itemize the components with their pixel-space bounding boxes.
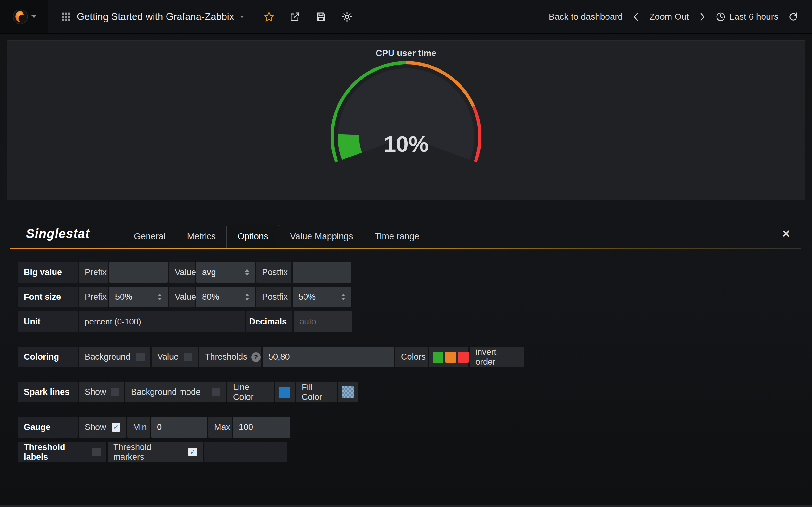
- fill-color-cell: [338, 382, 358, 402]
- background-mode-label: Background mode: [131, 387, 200, 397]
- tab-options[interactable]: Options: [226, 225, 280, 248]
- bv-value-select[interactable]: avg: [196, 262, 255, 283]
- decimals-input[interactable]: [299, 317, 346, 327]
- gauge-label: Gauge: [18, 417, 78, 438]
- top-navbar: Getting Started with Grafana-Zabbix: [0, 0, 812, 34]
- time-shift-right-button[interactable]: [699, 12, 706, 22]
- threshold-labels-checkbox[interactable]: [92, 448, 101, 456]
- coloring-background-toggle[interactable]: Background: [79, 347, 150, 367]
- fs-value-select[interactable]: 80%: [196, 287, 255, 307]
- gauge-min-input[interactable]: [157, 422, 201, 432]
- fs-prefix-select-value: 50%: [115, 292, 132, 302]
- time-range-picker[interactable]: Last 6 hours: [716, 12, 778, 22]
- gauge-show-label: Show: [85, 422, 106, 432]
- invert-order-button[interactable]: invert order: [470, 347, 524, 367]
- gauge-show-toggle[interactable]: Show: [79, 417, 126, 438]
- coloring-value-label: Value: [157, 352, 179, 362]
- tab-metrics[interactable]: Metrics: [176, 225, 226, 248]
- bv-value-select-value: avg: [202, 268, 216, 277]
- dashboard-title-menu[interactable]: Getting Started with Grafana-Zabbix: [61, 11, 244, 22]
- refresh-button[interactable]: [788, 11, 799, 22]
- threshold-markers-label: Threshold markers: [113, 442, 184, 462]
- star-button[interactable]: [263, 11, 275, 22]
- font-size-row: Font size Prefix 50% Value 80% Postfix 5…: [18, 287, 812, 307]
- grafana-logo-menu[interactable]: [0, 0, 48, 33]
- coloring-label: Coloring: [18, 347, 78, 367]
- bottom-edge: [0, 505, 812, 507]
- bv-postfix-label: Postfix: [256, 262, 292, 283]
- threshold-color-1-swatch[interactable]: [433, 352, 444, 362]
- coloring-background-label: Background: [85, 352, 131, 362]
- settings-button[interactable]: [341, 11, 353, 22]
- editor-tabs: General Metrics Options Value Mappings T…: [123, 219, 430, 248]
- save-button[interactable]: [315, 11, 327, 22]
- gauge-max-input[interactable]: [239, 422, 285, 432]
- fill-color-overlay: [342, 386, 354, 398]
- fs-postfix-select-value: 50%: [299, 292, 316, 302]
- line-color-label: Line Color: [227, 382, 274, 402]
- singlestat-panel: CPU user time 10%: [7, 40, 805, 200]
- spark-lines-label: Spark lines: [18, 382, 78, 402]
- threshold-options-row: Threshold labels Threshold markers: [18, 442, 812, 462]
- big-value-label: Big value: [18, 262, 78, 283]
- fs-postfix-select[interactable]: 50%: [293, 287, 351, 307]
- select-arrows-icon: [341, 294, 345, 300]
- dashboard-grid-icon: [61, 12, 71, 22]
- bv-postfix-input[interactable]: [299, 268, 345, 277]
- fill-color-swatch[interactable]: [342, 386, 354, 398]
- zoom-out-button[interactable]: Zoom Out: [649, 12, 689, 22]
- decimals-input-cell: [294, 312, 352, 332]
- threshold-colors-cell: [429, 347, 468, 367]
- tab-general[interactable]: General: [123, 225, 176, 248]
- gauge-max-input-cell: [233, 417, 290, 438]
- back-to-dashboard-button[interactable]: Back to dashboard: [549, 12, 623, 22]
- bv-prefix-input-cell: [109, 262, 168, 283]
- threshold-markers-toggle[interactable]: Threshold markers: [107, 442, 203, 462]
- font-size-label: Font size: [18, 287, 78, 307]
- options-form: Big value Prefix Value avg Postfix Font …: [0, 249, 812, 462]
- sparkline-show-checkbox[interactable]: [111, 388, 119, 396]
- fs-prefix-select[interactable]: 50%: [109, 287, 168, 307]
- thresholds-label: Thresholds: [205, 352, 247, 362]
- sparkline-show-toggle[interactable]: Show: [79, 382, 124, 402]
- spark-lines-row: Spark lines Show Background mode Line Co…: [18, 382, 812, 402]
- bv-prefix-input[interactable]: [115, 268, 162, 277]
- line-color-swatch[interactable]: [279, 387, 290, 398]
- clock-icon: [716, 12, 726, 22]
- decimals-label: Decimals: [247, 312, 293, 332]
- bv-value-label: Value: [169, 262, 195, 283]
- threshold-color-2-swatch[interactable]: [445, 352, 456, 362]
- gauge-chart: 10%: [327, 59, 485, 170]
- threshold-color-3-swatch[interactable]: [458, 352, 469, 362]
- gauge-show-checkbox[interactable]: [112, 423, 120, 432]
- tab-time-range[interactable]: Time range: [364, 225, 430, 248]
- background-mode-checkbox[interactable]: [212, 388, 220, 396]
- thresholds-input-cell: [263, 347, 394, 367]
- threshold-markers-checkbox[interactable]: [189, 448, 197, 456]
- editor-close-icon[interactable]: ×: [782, 227, 790, 240]
- share-icon: [289, 11, 301, 22]
- dashboard-title: Getting Started with Grafana-Zabbix: [77, 11, 234, 22]
- panel-title[interactable]: CPU user time: [7, 41, 805, 58]
- threshold-labels-toggle[interactable]: Threshold labels: [18, 442, 106, 462]
- threshold-options-spacer: [204, 442, 287, 462]
- gauge-row: Gauge Show Min Max: [18, 417, 812, 438]
- time-shift-left-button[interactable]: [632, 12, 640, 22]
- save-icon: [315, 11, 327, 22]
- tab-value-mappings[interactable]: Value Mappings: [280, 225, 364, 248]
- unit-row: Unit percent (0-100) Decimals: [18, 312, 812, 332]
- unit-picker[interactable]: percent (0-100): [79, 312, 245, 332]
- coloring-background-checkbox[interactable]: [136, 353, 145, 361]
- bv-postfix-input-cell: [293, 262, 351, 283]
- fs-postfix-label: Postfix: [256, 287, 292, 307]
- coloring-value-checkbox[interactable]: [184, 353, 192, 361]
- background-mode-toggle[interactable]: Background mode: [125, 382, 226, 402]
- share-button[interactable]: [289, 11, 301, 22]
- editor-panel-type-title: Singlestat: [26, 227, 90, 241]
- colors-label: Colors: [395, 347, 428, 367]
- thresholds-help-icon[interactable]: ?: [251, 352, 261, 362]
- coloring-value-toggle[interactable]: Value: [152, 347, 198, 367]
- fill-color-label: Fill Color: [296, 382, 337, 402]
- thresholds-input[interactable]: [268, 352, 388, 362]
- fs-value-label: Value: [169, 287, 195, 307]
